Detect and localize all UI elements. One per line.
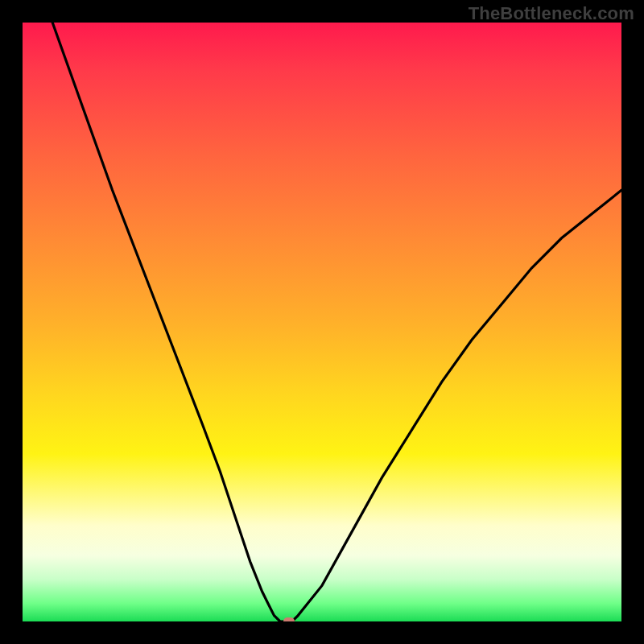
plot-area	[23, 23, 621, 621]
optimal-point-marker	[283, 617, 295, 621]
bottleneck-curve	[23, 23, 621, 621]
watermark-label: TheBottleneck.com	[469, 3, 634, 24]
chart-frame: TheBottleneck.com	[0, 0, 644, 644]
